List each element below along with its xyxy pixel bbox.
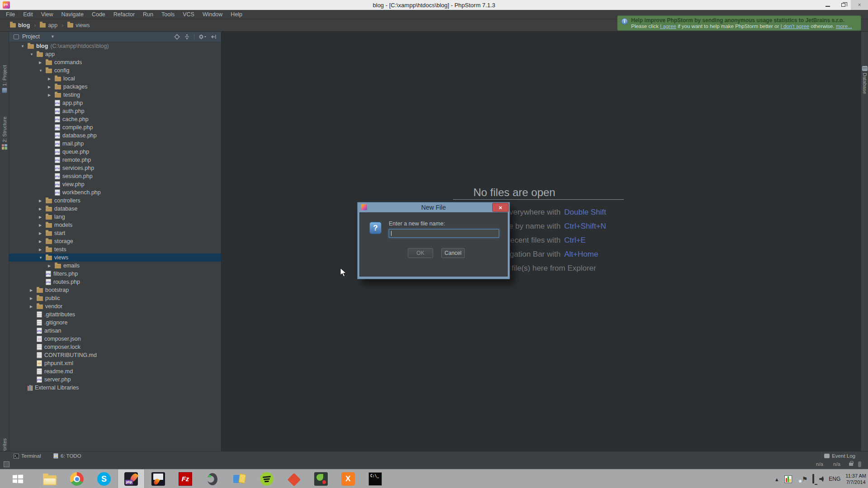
breadcrumb-item-app[interactable]: app <box>40 22 57 28</box>
start-button[interactable] <box>0 469 35 488</box>
chevron-collapsed-icon[interactable]: ▶ <box>48 77 55 81</box>
tree-item-gitattributes[interactable]: .gitattributes <box>9 310 221 319</box>
tree-item-compile-php[interactable]: phpcompile.php <box>9 123 221 131</box>
chevron-collapsed-icon[interactable]: ▶ <box>39 248 46 252</box>
dialog-close-button[interactable]: × <box>492 203 509 212</box>
tree-item-testing[interactable]: ▶testing <box>9 91 221 99</box>
ok-button[interactable]: OK <box>408 248 433 258</box>
tree-item-auth-php[interactable]: phpauth.php <box>9 107 221 115</box>
tree-item-controllers[interactable]: ▶controllers <box>9 197 221 205</box>
chevron-collapsed-icon[interactable]: ▶ <box>39 231 46 235</box>
menu-item-refactor[interactable]: Refactor <box>109 10 139 19</box>
taskbar-app-command-prompt-icon[interactable]: C:\_ <box>362 469 389 488</box>
chevron-collapsed-icon[interactable]: ▶ <box>39 207 46 211</box>
chevron-expanded-icon[interactable]: ▼ <box>21 44 28 48</box>
event-log-button[interactable]: Event Log <box>824 451 855 460</box>
tree-item-phpunit-xml[interactable]: <>phpunit.xml <box>9 359 221 367</box>
locate-icon[interactable] <box>174 34 180 40</box>
tree-item-session-php[interactable]: phpsession.php <box>9 172 221 180</box>
lock-icon[interactable] <box>849 463 853 466</box>
taskbar-app-filezilla-icon[interactable]: Fz <box>172 469 199 488</box>
tree-item-filters-php[interactable]: phpfilters.php <box>9 270 221 278</box>
tree-item-mail-php[interactable]: phpmail.php <box>9 140 221 148</box>
dialog-titlebar[interactable]: New File × <box>359 202 508 212</box>
menu-item-vcs[interactable]: VCS <box>179 10 198 19</box>
tree-item-services-php[interactable]: phpservices.php <box>9 164 221 172</box>
taskbar-app-file-explorer-icon[interactable] <box>36 469 63 488</box>
terminal-button[interactable]: Terminal <box>14 451 41 460</box>
tree-item-gitignore[interactable]: .gitignore <box>9 319 221 327</box>
chevron-collapsed-icon[interactable]: ▶ <box>39 223 46 227</box>
taskbar-app-chrome-icon[interactable] <box>63 469 90 488</box>
chevron-down-icon[interactable]: ▼ <box>51 34 55 39</box>
breadcrumb-item-blog[interactable]: blog <box>10 22 30 28</box>
tree-item-public[interactable]: ▶public <box>9 294 221 302</box>
i-agree-link[interactable]: I agree <box>660 23 676 29</box>
menu-item-code[interactable]: Code <box>88 10 109 19</box>
more-link[interactable]: more... <box>836 23 852 29</box>
chevron-collapsed-icon[interactable]: ▶ <box>39 199 46 203</box>
menu-item-tools[interactable]: Tools <box>157 10 179 19</box>
toolbar-toggle-icon[interactable] <box>4 461 9 467</box>
chevron-collapsed-icon[interactable]: ▶ <box>39 239 46 244</box>
chevron-collapsed-icon[interactable]: ▶ <box>48 93 55 97</box>
tree-item-vendor[interactable]: ▶vendor <box>9 302 221 310</box>
taskbar-app-phpstorm-icon[interactable]: php <box>118 469 145 488</box>
tree-item-start[interactable]: ▶start <box>9 229 221 237</box>
tree-item-local[interactable]: ▶local <box>9 75 221 83</box>
tree-item-packages[interactable]: ▶packages <box>9 83 221 91</box>
menu-item-window[interactable]: Window <box>198 10 226 19</box>
chevron-collapsed-icon[interactable]: ▶ <box>39 61 46 65</box>
close-button[interactable]: × <box>851 0 868 10</box>
tree-item-commands[interactable]: ▶commands <box>9 58 221 66</box>
tree-item-queue-php[interactable]: phpqueue.php <box>9 148 221 156</box>
collapse-all-icon[interactable] <box>184 34 190 40</box>
chevron-collapsed-icon[interactable]: ▶ <box>30 305 37 309</box>
menu-item-help[interactable]: Help <box>226 10 246 19</box>
taskbar-app-documents-folder-icon[interactable] <box>226 469 253 488</box>
chevron-collapsed-icon[interactable]: ▶ <box>39 215 46 219</box>
tree-item-emails[interactable]: ▶emails <box>9 262 221 270</box>
tree-item-config[interactable]: ▼config <box>9 66 221 75</box>
tree-item-app[interactable]: ▼app <box>9 50 221 58</box>
taskbar-app-spotify-icon[interactable] <box>253 469 280 488</box>
todo-button[interactable]: 6: TODO <box>53 451 81 460</box>
menu-item-navigate[interactable]: Navigate <box>57 10 88 19</box>
breadcrumb-item-views[interactable]: views <box>67 22 90 28</box>
tree-item-remote-php[interactable]: phpremote.php <box>9 156 221 164</box>
tree-item-routes-php[interactable]: phproutes.php <box>9 278 221 286</box>
chevron-collapsed-icon[interactable]: ▶ <box>30 296 37 300</box>
hide-panel-icon[interactable] <box>211 34 217 40</box>
chevron-expanded-icon[interactable]: ▼ <box>39 69 46 73</box>
chevron-collapsed-icon[interactable]: ▶ <box>48 264 55 268</box>
minimize-button[interactable] <box>820 0 835 10</box>
tree-item-database-php[interactable]: phpdatabase.php <box>9 131 221 140</box>
tree-item-database[interactable]: ▶database <box>9 205 221 213</box>
chevron-expanded-icon[interactable]: ▼ <box>39 256 46 260</box>
tool-window-button-project[interactable]: 1: Project <box>0 65 9 93</box>
taskbar-app-photo-viewer-icon[interactable] <box>307 469 335 488</box>
menu-item-file[interactable]: File <box>2 10 19 19</box>
taskbar-app-red-diamond-app-icon[interactable] <box>280 469 307 488</box>
tree-item-blog[interactable]: ▼blog(C:\xampp\htdocs\blog) <box>9 42 221 50</box>
i-dont-agree-link[interactable]: I don't agree <box>781 23 810 29</box>
tree-item-view-php[interactable]: phpview.php <box>9 180 221 188</box>
tree-item-storage[interactable]: ▶storage <box>9 237 221 245</box>
tree-item-bootstrap[interactable]: ▶bootstrap <box>9 286 221 294</box>
tree-item-app-php[interactable]: phpapp.php <box>9 99 221 107</box>
tree-item-composer-lock[interactable]: composer.lock <box>9 343 221 351</box>
chevron-collapsed-icon[interactable]: ▶ <box>48 85 55 89</box>
tray-equalizer-icon[interactable] <box>784 475 792 483</box>
tree-item-lang[interactable]: ▶lang <box>9 213 221 221</box>
tool-window-button-database[interactable]: Database <box>861 66 868 94</box>
taskbar-app-audio-app-icon[interactable] <box>199 469 226 488</box>
tray-hidden-icons-icon[interactable]: ▲ <box>774 475 779 483</box>
tree-item-tests[interactable]: ▶tests <box>9 245 221 253</box>
tree-item-external-libraries[interactable]: External Libraries <box>9 384 221 392</box>
tree-item-workbench-php[interactable]: phpworkbench.php <box>9 188 221 197</box>
cancel-button[interactable]: Cancel <box>441 248 465 258</box>
tree-item-views[interactable]: ▼views <box>9 253 221 262</box>
tree-item-contributing-md[interactable]: CONTRIBUTING.md <box>9 351 221 359</box>
file-name-input[interactable] <box>389 229 499 238</box>
tool-window-button-structure[interactable]: 2: Structure <box>0 117 9 150</box>
